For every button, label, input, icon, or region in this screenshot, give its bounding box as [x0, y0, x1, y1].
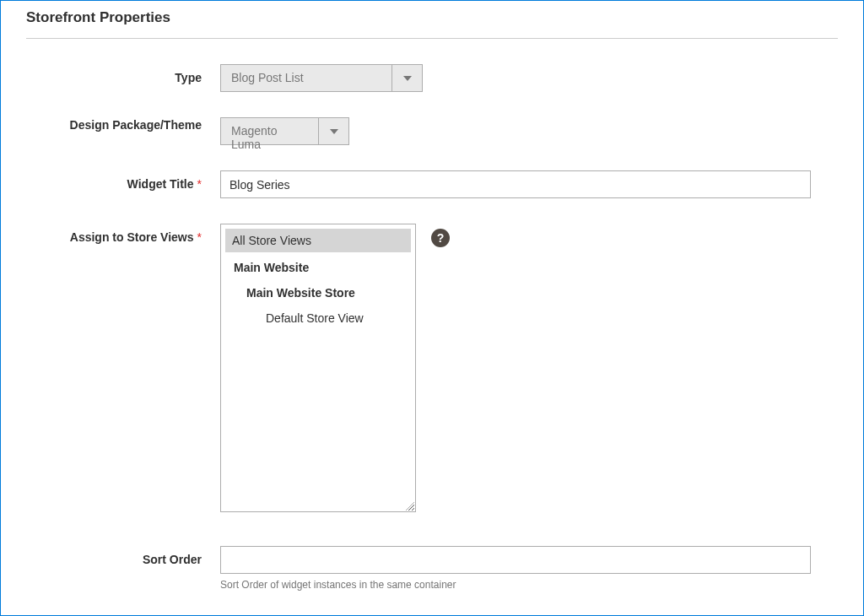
resize-handle-icon [404, 500, 414, 511]
field-widget-title: Widget Title* [26, 170, 838, 198]
theme-value: Magento Luma [221, 118, 318, 144]
chevron-down-icon [392, 65, 422, 91]
type-value: Blog Post List [221, 65, 392, 91]
store-option-all[interactable]: All Store Views [225, 229, 411, 252]
field-sort-order: Sort Order Sort Order of widget instance… [26, 546, 838, 591]
theme-dropdown: Magento Luma [220, 117, 349, 145]
svg-line-0 [406, 502, 414, 511]
store-option-store[interactable]: Main Website Store [225, 281, 411, 305]
label-sort-order: Sort Order [26, 546, 220, 567]
chevron-down-icon [318, 118, 348, 144]
type-dropdown: Blog Post List [220, 64, 423, 92]
svg-line-1 [409, 505, 414, 511]
store-views-select[interactable]: All Store Views Main Website Main Websit… [220, 224, 416, 512]
widget-title-input[interactable] [220, 170, 811, 198]
label-store-views: Assign to Store Views* [26, 224, 220, 245]
label-widget-title: Widget Title* [26, 170, 220, 192]
required-indicator: * [197, 177, 202, 191]
store-option-view[interactable]: Default Store View [225, 306, 411, 330]
help-icon[interactable]: ? [431, 229, 450, 247]
svg-line-2 [413, 509, 414, 511]
label-theme: Design Package/Theme [26, 117, 220, 132]
section-title: Storefront Properties [26, 9, 838, 39]
sort-order-input[interactable] [220, 546, 811, 574]
field-type: Type Blog Post List [26, 64, 838, 92]
field-theme: Design Package/Theme Magento Luma [26, 117, 838, 145]
sort-order-hint: Sort Order of widget instances in the sa… [220, 579, 838, 591]
field-store-views: Assign to Store Views* All Store Views M… [26, 224, 838, 512]
store-option-website[interactable]: Main Website [225, 256, 411, 279]
required-indicator: * [197, 230, 202, 244]
label-type: Type [26, 64, 220, 85]
